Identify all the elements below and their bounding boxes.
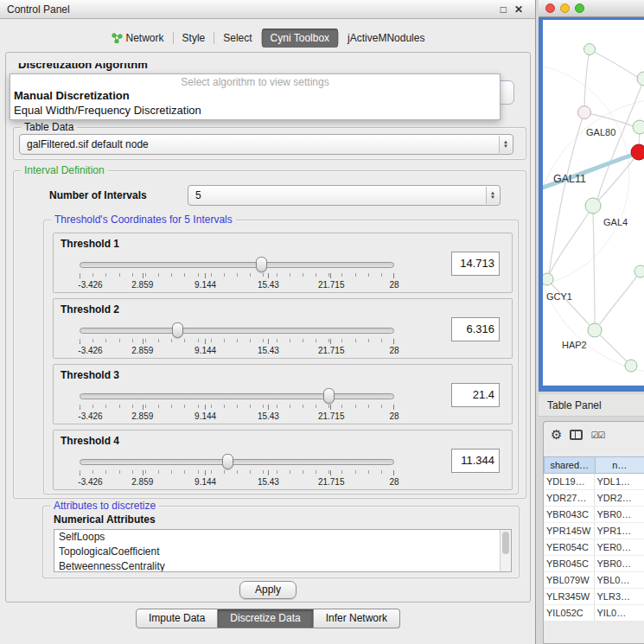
apply-button[interactable]: Apply bbox=[239, 581, 296, 599]
table-data-combobox[interactable]: galFiltered.sif default node ▲▼ bbox=[19, 134, 513, 155]
list-item[interactable]: TopologicalCoefficient bbox=[54, 545, 511, 559]
scale-label: 28 bbox=[389, 477, 399, 487]
dropdown-option-equal-width-frequency[interactable]: Equal Width/Frequency Discretization bbox=[10, 103, 500, 118]
table-cell[interactable]: YBR043C bbox=[544, 507, 595, 522]
columns-icon[interactable] bbox=[570, 430, 583, 440]
tab-infer-network[interactable]: Infer Network bbox=[314, 609, 400, 628]
cyni-toolbox-panel: Discretization Algorithm Select algorith… bbox=[5, 52, 531, 603]
table-cell[interactable]: YDL19… bbox=[544, 474, 595, 489]
slider-track[interactable] bbox=[80, 262, 394, 268]
table-row[interactable]: YBL079W YBL0… bbox=[544, 572, 644, 589]
node[interactable] bbox=[625, 360, 637, 372]
slider-track[interactable] bbox=[80, 393, 394, 399]
threshold-slider[interactable]: -3.426 2.859 9.144 15.43 21.715 28 bbox=[80, 322, 394, 358]
table-row[interactable]: YBR045C YBR0… bbox=[544, 556, 644, 572]
threshold-value-field[interactable]: 11.344 bbox=[451, 449, 500, 473]
close-icon[interactable]: ✕ bbox=[514, 3, 523, 16]
table-cell[interactable]: YER054C bbox=[544, 539, 595, 555]
slider-minor-ticks bbox=[80, 470, 394, 474]
algorithm-group-title: Discretization Algorithm bbox=[18, 63, 148, 72]
table-cell[interactable]: YBR045C bbox=[544, 556, 595, 571]
slider-minor-ticks bbox=[80, 405, 394, 408]
scale-label: 2.859 bbox=[131, 280, 153, 290]
table-cell[interactable]: YDR27… bbox=[544, 490, 595, 506]
threshold-slider[interactable]: -3.426 2.859 9.144 15.43 21.715 28 bbox=[80, 453, 394, 489]
node[interactable] bbox=[584, 44, 596, 55]
table-cell[interactable]: YBL0… bbox=[595, 572, 644, 588]
table-row[interactable]: YPR145W YPR1… bbox=[544, 523, 644, 539]
threshold-slider[interactable]: -3.426 2.859 9.144 15.43 21.715 28 bbox=[80, 387, 394, 424]
threshold-value-field[interactable]: 21.4 bbox=[451, 383, 500, 407]
table-cell[interactable]: YPR1… bbox=[595, 523, 644, 539]
tab-impute-data[interactable]: Impute Data bbox=[136, 609, 218, 628]
threshold-value-field[interactable]: 6.316 bbox=[451, 317, 500, 341]
node-table: shared… n… YDL19… YDL1… YDR27… YDR2… YBR… bbox=[544, 456, 644, 622]
threshold-panel-1: Threshold 1 -3.426 2.859 9.144 15.43 bbox=[53, 233, 513, 293]
select-columns-icon[interactable]: ☑☑ bbox=[590, 430, 604, 440]
table-cell[interactable]: YBL079W bbox=[544, 572, 595, 588]
column-header-name[interactable]: n… bbox=[595, 456, 644, 474]
scale-label: -3.426 bbox=[78, 280, 102, 290]
node[interactable] bbox=[633, 120, 644, 134]
tab-style[interactable]: Style bbox=[174, 29, 214, 48]
interval-definition-title: Interval Definition bbox=[21, 164, 108, 176]
node[interactable] bbox=[585, 198, 601, 214]
minimize-traffic-icon[interactable] bbox=[560, 3, 570, 13]
threshold-slider[interactable]: -3.426 2.859 9.144 15.43 21.715 28 bbox=[80, 256, 394, 292]
table-row[interactable]: YDL19… YDL1… bbox=[544, 474, 644, 490]
table-cell[interactable]: YLR3… bbox=[595, 589, 644, 604]
node[interactable] bbox=[637, 72, 644, 86]
scale-label: 9.144 bbox=[194, 280, 216, 290]
list-item[interactable]: BetweennessCentrality bbox=[54, 559, 511, 572]
table-cell[interactable]: YDR2… bbox=[595, 490, 644, 506]
table-row[interactable]: YER054C YER0… bbox=[544, 539, 644, 556]
slider-thumb[interactable] bbox=[172, 322, 183, 338]
table-cell[interactable]: YDL1… bbox=[595, 474, 644, 489]
table-cell[interactable]: YER0… bbox=[595, 539, 644, 555]
scrollbar-thumb[interactable] bbox=[502, 532, 509, 554]
threshold-value-field[interactable]: 14.713 bbox=[451, 252, 500, 276]
combo-stepper-icon[interactable]: ▲▼ bbox=[486, 187, 499, 204]
table-cell[interactable]: YBR0… bbox=[595, 507, 644, 522]
node[interactable] bbox=[543, 273, 553, 285]
dropdown-option-manual-discretization[interactable]: Manual Discretization bbox=[10, 88, 500, 103]
network-view-window: GAL80 GAL11 GAL4 GCY1 HAP2 bbox=[539, 0, 644, 392]
tab-jactivemnodules[interactable]: jActiveMNodules bbox=[339, 29, 433, 48]
gear-icon[interactable]: ⚙ bbox=[551, 427, 562, 443]
table-row[interactable]: YIL052C YIL0… bbox=[544, 605, 644, 622]
slider-track[interactable] bbox=[80, 459, 394, 465]
dropdown-placeholder: Select algorithm to view settings bbox=[10, 74, 500, 88]
table-row[interactable]: YDR27… YDR2… bbox=[544, 490, 644, 507]
table-row[interactable]: YBR043C YBR0… bbox=[544, 507, 644, 523]
float-window-icon[interactable]: □ bbox=[501, 3, 507, 16]
list-item[interactable]: SelfLoops bbox=[54, 530, 511, 545]
tab-select[interactable]: Select bbox=[214, 29, 260, 48]
tab-cyni-toolbox[interactable]: Cyni Toolbox bbox=[262, 29, 338, 48]
tab-network[interactable]: Network bbox=[103, 29, 173, 48]
close-traffic-icon[interactable] bbox=[545, 3, 555, 13]
slider-thumb[interactable] bbox=[323, 388, 335, 404]
zoom-traffic-icon[interactable] bbox=[575, 3, 584, 13]
node[interactable] bbox=[634, 265, 644, 277]
combo-stepper-icon[interactable]: ▲▼ bbox=[499, 136, 512, 153]
threshold-label: Threshold 2 bbox=[61, 303, 119, 316]
number-of-intervals-combobox[interactable]: 5 ▲▼ bbox=[188, 185, 501, 206]
table-cell[interactable]: YBR0… bbox=[595, 556, 644, 571]
slider-thumb[interactable] bbox=[222, 454, 233, 469]
column-header-shared-name[interactable]: shared… bbox=[544, 456, 595, 474]
table-row[interactable]: YLR345W YLR3… bbox=[544, 589, 644, 605]
table-cell[interactable]: YLR345W bbox=[544, 589, 595, 604]
slider-thumb[interactable] bbox=[256, 257, 267, 272]
node[interactable] bbox=[588, 323, 602, 337]
list-scrollbar[interactable] bbox=[500, 530, 511, 571]
slider-track[interactable] bbox=[80, 328, 394, 334]
table-cell[interactable]: YPR145W bbox=[544, 523, 595, 539]
network-canvas[interactable]: GAL80 GAL11 GAL4 GCY1 HAP2 bbox=[543, 20, 644, 386]
table-cell[interactable]: YIL052C bbox=[544, 605, 595, 621]
scale-label: 15.43 bbox=[258, 346, 279, 355]
scale-label: 15.43 bbox=[258, 411, 279, 421]
table-cell[interactable]: YIL0… bbox=[595, 605, 644, 621]
tab-discretize-data[interactable]: Discretize Data bbox=[218, 609, 313, 628]
node-highlighted[interactable] bbox=[631, 144, 644, 160]
node[interactable] bbox=[578, 106, 591, 119]
